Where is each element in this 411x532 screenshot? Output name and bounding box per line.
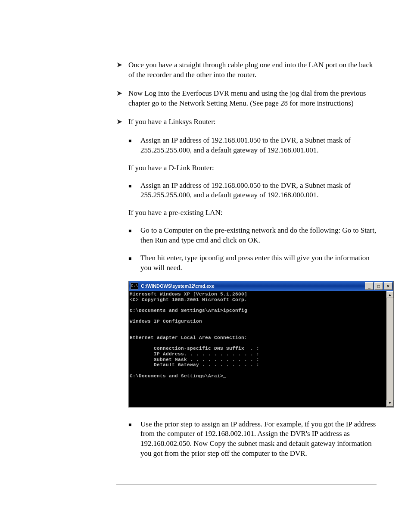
close-button[interactable]: × [384,282,392,290]
sub-header: If you have a pre-existing LAN: [128,208,377,218]
square-icon [128,253,140,273]
cmd-title: C:\WINDOWS\system32\cmd.exe [141,283,215,289]
sub-bullet-text: Use the prior step to assign an IP addre… [140,420,377,459]
document-page: Once you have a straight through cable p… [0,0,411,502]
sub-section: Assign an IP address of 192.168.001.050 … [128,136,377,459]
bullet-item: Once you have a straight through cable p… [116,60,377,80]
bullet-text: Once you have a straight through cable p… [128,60,377,80]
arrow-icon [116,60,128,80]
square-icon [128,420,140,459]
sub-bullet-item: Use the prior step to assign an IP addre… [128,420,377,459]
arrow-icon [116,89,128,109]
footer-separator [116,485,377,485]
sub-bullet-item: Assign an IP address of 192.168.000.050 … [128,181,377,201]
cmd-body-wrap: Microsoft Windows XP [Version 5.1.2600] … [129,291,393,407]
scroll-up-button[interactable]: ▲ [386,291,393,298]
sub-bullet-text: Go to a Computer on the pre-existing net… [140,226,377,246]
bullet-text: If you have a Linksys Router: [128,117,377,127]
window-buttons: _ □ × [365,282,392,290]
body-content: Once you have a straight through cable p… [116,60,377,485]
maximize-button[interactable]: □ [374,282,383,290]
sub-header: If you have a D-Link Router: [128,163,377,173]
bullet-item: If you have a Linksys Router: [116,117,377,127]
arrow-icon [116,117,128,127]
bullet-item: Now Log into the Everfocus DVR menu and … [116,89,377,109]
scroll-down-button[interactable]: ▼ [386,400,393,407]
cmd-icon: C:\ [131,283,138,289]
square-icon [128,226,140,246]
scrollbar[interactable]: ▲ ▼ [386,291,393,407]
bullet-text: Now Log into the Everfocus DVR menu and … [128,89,377,109]
cmd-window: C:\ C:\WINDOWS\system32\cmd.exe _ □ × Mi… [128,281,394,407]
sub-bullet-item: Then hit enter, type ipconfig and press … [128,253,377,273]
sub-bullet-text: Then hit enter, type ipconfig and press … [140,253,377,273]
square-icon [128,136,140,156]
cmd-output[interactable]: Microsoft Windows XP [Version 5.1.2600] … [129,291,386,407]
sub-bullet-text: Assign an IP address of 192.168.000.050 … [140,181,377,201]
square-icon [128,181,140,201]
sub-bullet-item: Go to a Computer on the pre-existing net… [128,226,377,246]
cmd-titlebar[interactable]: C:\ C:\WINDOWS\system32\cmd.exe _ □ × [129,281,393,291]
minimize-button[interactable]: _ [365,282,374,290]
sub-bullet-item: Assign an IP address of 192.168.001.050 … [128,136,377,156]
sub-bullet-text: Assign an IP address of 192.168.001.050 … [140,136,377,156]
